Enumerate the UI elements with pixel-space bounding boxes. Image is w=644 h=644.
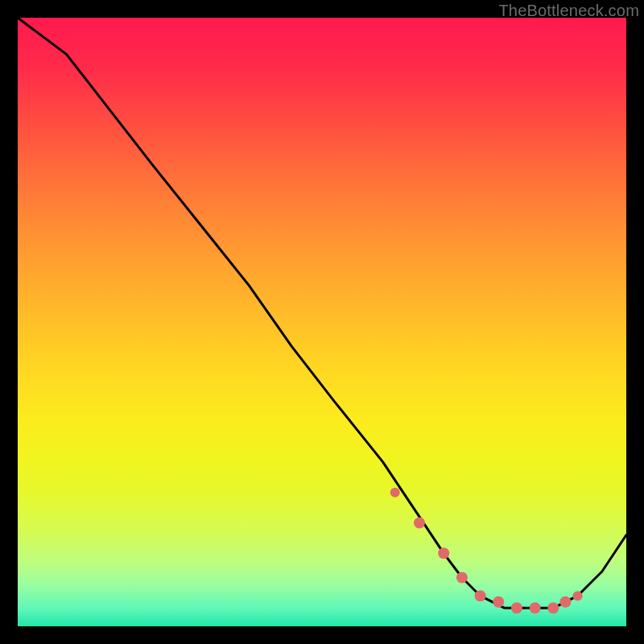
valley-dots-group bbox=[390, 488, 583, 614]
watermark-text: TheBottleneck.com bbox=[498, 2, 639, 20]
valley-dot bbox=[530, 602, 541, 613]
plot-area bbox=[18, 18, 626, 626]
valley-dot bbox=[438, 547, 449, 559]
valley-dot bbox=[390, 488, 400, 497]
valley-dot bbox=[414, 518, 425, 529]
curve-svg bbox=[18, 18, 626, 626]
valley-dot bbox=[493, 597, 504, 608]
valley-dot bbox=[547, 602, 559, 613]
valley-dot bbox=[456, 572, 468, 584]
valley-dot bbox=[511, 602, 522, 613]
valley-dot bbox=[573, 591, 583, 601]
chart-stage: TheBottleneck.com bbox=[0, 0, 644, 644]
valley-dot bbox=[475, 590, 486, 601]
valley-dot bbox=[559, 597, 571, 608]
bottleneck-curve bbox=[18, 18, 626, 608]
